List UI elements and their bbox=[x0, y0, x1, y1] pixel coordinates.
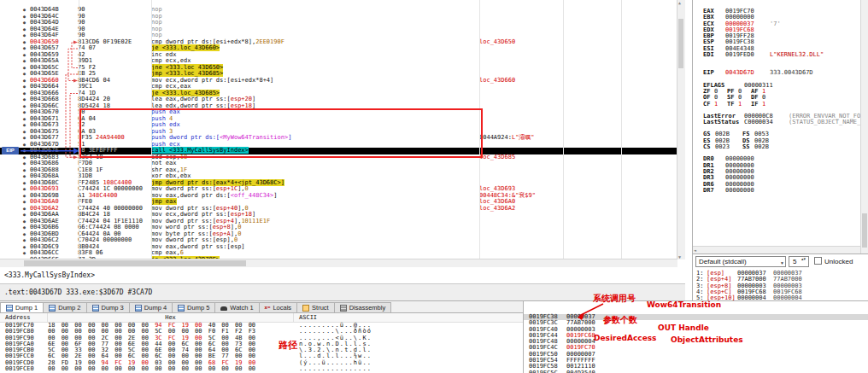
instruction-bytes: 90 bbox=[78, 7, 151, 14]
breakpoint-dot-icon[interactable] bbox=[23, 142, 30, 149]
dump-pane[interactable]: AddressHexASCII 0019FC7018 00 00 00 00 0… bbox=[0, 312, 523, 373]
breakpoint-dot-icon[interactable] bbox=[23, 212, 30, 219]
breakpoint-dot-icon[interactable] bbox=[23, 160, 30, 167]
disasm-row[interactable]: 0043D65A39D1cmp ecx,edx bbox=[0, 58, 677, 65]
breakpoint-dot-icon[interactable] bbox=[23, 32, 30, 39]
arg-count-spinner[interactable]: 5 bbox=[789, 256, 809, 267]
scrollbar-thumb[interactable] bbox=[862, 213, 867, 248]
disasm-row[interactable]: 0043D66C8D5424 18lea edx,dword ptr ss:[e… bbox=[0, 103, 677, 110]
dump-row[interactable]: 0019FCE000 00 00 00 00 00 00 00 00 00 00… bbox=[0, 366, 523, 372]
register-name: LastStatus bbox=[703, 119, 744, 125]
dump-icon bbox=[135, 305, 142, 312]
unlock-checkbox[interactable]: Unlocked bbox=[814, 257, 864, 265]
breakpoint-dot-icon[interactable] bbox=[23, 65, 30, 72]
disasm-horizontal-scrollbar[interactable] bbox=[0, 259, 677, 267]
register-comment: (STATUS_OBJECT_NAME_ bbox=[789, 119, 860, 125]
disasm-row[interactable]: 0043D6608B4CD6 04mov ecx,dword ptr ds:[e… bbox=[0, 78, 677, 85]
instruction-text: mov eax,dword ptr ds:[<off_448C34>] bbox=[151, 193, 479, 200]
instruction-bytes: 90 bbox=[78, 20, 151, 26]
disasm-row[interactable]: 0043D64C90nop bbox=[0, 14, 677, 20]
breakpoint-dot-icon[interactable] bbox=[23, 244, 30, 251]
breakpoint-dot-icon[interactable] bbox=[23, 20, 30, 26]
column-divider bbox=[479, 0, 480, 259]
breakpoint-dot-icon[interactable] bbox=[23, 103, 30, 110]
breakpoint-dot-icon[interactable] bbox=[23, 84, 30, 90]
breakpoint-dot-icon[interactable] bbox=[23, 129, 30, 136]
breakpoint-dot-icon[interactable] bbox=[23, 148, 30, 154]
disasm-row[interactable]: 0043D6CC83F8 06cmp eax,6 bbox=[0, 250, 677, 257]
breakpoint-dot-icon[interactable] bbox=[23, 39, 30, 46]
registers-list: EAX0019FC70EBX00000000ECX00000037'7'EDX0… bbox=[703, 9, 859, 194]
disasm-row[interactable]: 0043D69BA1 348C4400mov eax,dword ptr ds:… bbox=[0, 193, 677, 200]
breakpoint-dot-icon[interactable] bbox=[23, 52, 30, 59]
breakpoint-dot-icon[interactable] bbox=[23, 90, 30, 97]
calling-convention-select[interactable]: Default (stdcall) bbox=[695, 256, 786, 267]
disasm-row[interactable]: 0043D66439C1cmp ecx,eax bbox=[0, 84, 677, 90]
tab-label: Locals bbox=[273, 304, 291, 312]
disasm-row[interactable]: 0043D6C2C70424 00000000mov dword ptr ss:… bbox=[0, 237, 677, 244]
breakpoint-dot-icon[interactable] bbox=[23, 154, 30, 161]
disasm-row[interactable]: 0043D64B90nop bbox=[0, 7, 677, 14]
disasm-row[interactable]: 0043D677FF35 24A94400push dword ptr ds:[… bbox=[0, 135, 677, 142]
breakpoint-dot-icon[interactable] bbox=[23, 109, 30, 116]
disasm-row[interactable]: 0043D65C75 F2jne <333.loc_43D650> bbox=[0, 65, 677, 72]
breakpoint-dot-icon[interactable] bbox=[23, 78, 30, 85]
breakpoint-dot-icon[interactable] bbox=[23, 219, 30, 225]
disassembly-pane[interactable]: 0043D64B90nop0043D64C90nop0043D64D90nop0… bbox=[0, 0, 685, 268]
disasm-row[interactable]: 0043D67352push edx bbox=[0, 122, 677, 129]
breakpoint-dot-icon[interactable] bbox=[23, 7, 30, 14]
instruction-text: push dword ptr ds:[<MyWow64Transition>] bbox=[151, 135, 479, 142]
breakpoint-dot-icon[interactable] bbox=[23, 58, 30, 65]
register-row[interactable]: EIP0043D67D333.0043D67D bbox=[703, 70, 859, 76]
disasm-row[interactable]: 0043D65774 07je <333.loc_43D660> bbox=[0, 45, 677, 52]
instruction-text: je <333.loc_43D660> bbox=[151, 45, 479, 52]
disasm-row[interactable]: 0043D68383C4 18add esp,18loc_43D685 bbox=[0, 154, 677, 161]
breakpoint-dot-icon[interactable] bbox=[23, 224, 30, 231]
scrollbar-thumb[interactable] bbox=[24, 260, 246, 266]
breakpoint-dot-icon[interactable] bbox=[23, 122, 30, 129]
disasm-row[interactable]: 0043D64D90nop bbox=[0, 20, 677, 26]
column-divider bbox=[151, 0, 152, 259]
breakpoint-dot-icon[interactable] bbox=[23, 199, 30, 206]
breakpoint-dot-icon[interactable] bbox=[23, 186, 30, 193]
breakpoint-dot-icon[interactable] bbox=[23, 45, 30, 52]
breakpoint-dot-icon[interactable] bbox=[23, 14, 30, 20]
breakpoint-dot-icon[interactable] bbox=[23, 193, 30, 200]
breakpoint-dot-icon[interactable] bbox=[23, 167, 30, 174]
registers-pane[interactable]: EAX0019FC70EBX00000000ECX00000037'7'EDX0… bbox=[692, 0, 868, 301]
disasm-vertical-scrollbar[interactable] bbox=[677, 0, 685, 259]
breakpoint-dot-icon[interactable] bbox=[23, 237, 30, 244]
scrollbar-thumb[interactable] bbox=[678, 19, 683, 68]
breakpoint-dot-icon[interactable] bbox=[23, 26, 30, 33]
registers-vertical-scrollbar[interactable] bbox=[860, 0, 868, 254]
checkbox-icon[interactable] bbox=[814, 257, 822, 265]
disasm-row[interactable]: 0043D65942inc edx bbox=[0, 52, 677, 59]
breakpoint-dot-icon[interactable] bbox=[23, 173, 30, 180]
status-address-label: .text:0043D67D 333.exe:$3D67D #3CA7D bbox=[0, 283, 685, 300]
breakpoint-dot-icon[interactable] bbox=[23, 71, 30, 78]
disasm-row[interactable]: 0043D64E90nop bbox=[0, 26, 677, 33]
breakpoint-dot-icon[interactable] bbox=[23, 231, 30, 238]
breakpoint-dot-icon[interactable] bbox=[23, 206, 30, 213]
register-comment: 333.0043D67D bbox=[770, 69, 813, 76]
column-divider bbox=[79, 0, 79, 259]
disasm-row[interactable]: 0043D650813CD6 0F19E02Ecmp dword ptr ds:… bbox=[0, 39, 677, 46]
spacer bbox=[703, 58, 859, 64]
breakpoint-dot-icon[interactable] bbox=[23, 180, 30, 187]
breakpoint-dot-icon[interactable] bbox=[23, 116, 30, 123]
disasm-row[interactable]: 0043D67050push eax bbox=[0, 109, 677, 116]
flag-name: TF bbox=[727, 102, 738, 108]
register-row[interactable]: EDI0019FED0L"KERNEL32.DLL" bbox=[703, 52, 859, 58]
disasm-row[interactable]: 0043D6716A 04push 4 bbox=[0, 116, 677, 123]
tab-label: Dump 1 bbox=[15, 304, 38, 312]
breakpoint-dot-icon[interactable] bbox=[23, 96, 30, 103]
breakpoint-dot-icon[interactable] bbox=[23, 135, 30, 142]
disasm-row[interactable]: 0043D688C1E8 1Fshr eax,1F bbox=[0, 167, 677, 174]
instruction-text: push edx bbox=[151, 122, 479, 129]
register-row[interactable]: LastStatusC0000034(STATUS_OBJECT_NAME_ bbox=[703, 119, 859, 125]
register-row[interactable]: DR700000000 bbox=[703, 188, 859, 194]
instruction-text: nop bbox=[151, 26, 479, 33]
breakpoint-dot-icon[interactable] bbox=[23, 250, 30, 257]
struct-icon bbox=[302, 305, 309, 312]
instruction-bytes: FF35 24A94400 bbox=[78, 135, 151, 142]
